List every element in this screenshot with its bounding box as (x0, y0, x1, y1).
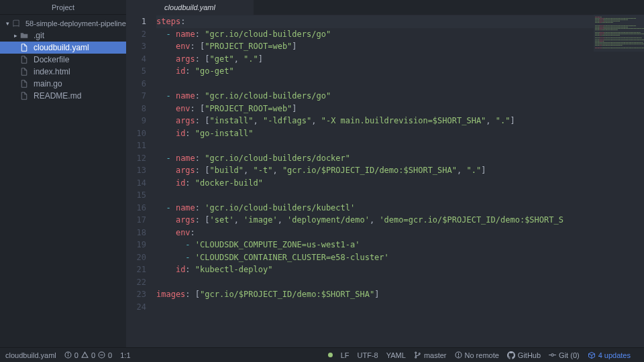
svg-point-10 (458, 357, 459, 357)
svg-point-5 (415, 352, 417, 353)
line-gutter: 123456789101112131415161718192021222324 (126, 15, 156, 347)
tree-label: index.html (34, 67, 70, 76)
package-icon (588, 351, 596, 359)
status-branch[interactable]: master (414, 351, 447, 359)
file-icon (20, 44, 30, 52)
tab-cloudbuild[interactable]: cloudbuild.yaml (126, 0, 254, 15)
dot-icon (328, 353, 333, 357)
file-icon (20, 92, 30, 100)
commit-icon (549, 351, 556, 359)
svg-point-2 (68, 353, 68, 354)
file-icon (20, 80, 30, 88)
file-icon (20, 68, 30, 76)
file-README-md[interactable]: README.md (0, 90, 126, 102)
sidebar-title: Project (0, 0, 126, 15)
status-filename[interactable]: cloudbuild.yaml (5, 351, 56, 359)
status-bar: cloudbuild.yaml 0 0 0 1:1 LF UTF-8 YAML … (0, 347, 644, 362)
project-root[interactable]: ▾ 58-simple-deployment-pipeline (0, 17, 126, 29)
repo-icon (12, 19, 21, 27)
editor-pane: cloudbuild.yaml 123456789101112131415161… (126, 0, 644, 347)
status-encoding[interactable]: UTF-8 (358, 351, 378, 359)
folder-icon (20, 32, 30, 40)
code-area[interactable]: 123456789101112131415161718192021222324 … (126, 15, 644, 347)
tree-label: cloudbuild.yaml (34, 43, 89, 52)
file-icon (20, 56, 30, 64)
svg-point-7 (419, 353, 420, 354)
status-remote[interactable]: No remote (455, 351, 499, 359)
status-cursor-pos[interactable]: 1:1 (120, 351, 130, 359)
file-tree: ▾ 58-simple-deployment-pipeline ▸.gitclo… (0, 15, 126, 102)
status-diagnostics[interactable]: 0 0 0 (64, 351, 112, 359)
status-git[interactable]: Git (0) (549, 351, 580, 359)
status-health[interactable] (328, 353, 333, 357)
tree-label: README.md (34, 91, 81, 101)
branch-icon (414, 351, 421, 359)
code-content[interactable]: steps: - name: "gcr.io/cloud-builders/go… (156, 15, 644, 347)
github-icon (507, 351, 515, 359)
tree-label: Dockerfile (34, 55, 69, 64)
minimap[interactable]: ▬▬▬▬▬▬▬▬▬▬▬▬▬▬▬▬▬▬▬▬▬▬▬▬▬▬▬▬▬▬▬▬▬▬▬▬▬▬▬▬… (594, 15, 644, 52)
svg-point-6 (415, 357, 417, 358)
tab-label: cloudbuild.yaml (164, 3, 215, 11)
warning-icon (81, 351, 89, 359)
project-name: 58-simple-deployment-pipeline (25, 19, 126, 27)
svg-point-11 (551, 354, 553, 356)
file-Dockerfile[interactable]: Dockerfile (0, 54, 126, 66)
file-cloudbuild-yaml[interactable]: cloudbuild.yaml (0, 42, 126, 54)
info-icon (64, 351, 72, 359)
tree-label: .git (34, 31, 44, 40)
tree-label: main.go (34, 79, 62, 88)
status-line-ending[interactable]: LF (341, 351, 350, 359)
status-github[interactable]: GitHub (507, 351, 541, 359)
sidebar: Project ▾ 58-simple-deployment-pipeline … (0, 0, 126, 347)
chevron-down-icon: ▾ (4, 20, 11, 27)
chevron-right-icon: ▸ (12, 32, 19, 39)
alert-icon (455, 351, 462, 359)
error-icon (98, 351, 105, 359)
file-main-go[interactable]: main.go (0, 78, 126, 90)
status-updates[interactable]: 4 updates (588, 351, 631, 359)
status-language[interactable]: YAML (386, 351, 406, 359)
tab-bar: cloudbuild.yaml (126, 0, 644, 15)
file-index-html[interactable]: index.html (0, 66, 126, 78)
folder--git[interactable]: ▸.git (0, 29, 126, 42)
